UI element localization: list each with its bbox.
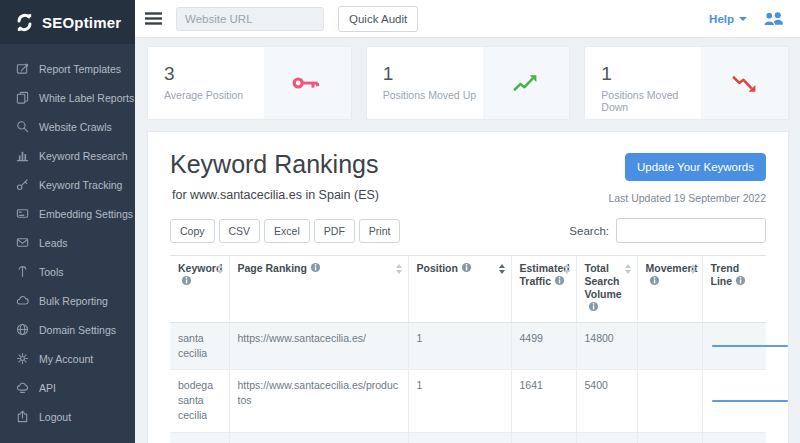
stat-label: Positions Moved Down [601,89,701,113]
stat-value: 1 [383,63,483,85]
sidebar-item-logout[interactable]: Logout [0,402,135,431]
table-row: cervezas negras https://www.santacecilia… [170,432,766,443]
info-icon[interactable] [588,301,599,315]
info-icon[interactable] [461,262,472,276]
last-updated-text: Last Updated 19 September 2022 [608,192,766,204]
cloud-icon [15,294,29,308]
caret-down-icon [739,17,747,21]
sidebar-item-my-account[interactable]: My Account [0,344,135,373]
cell-estimated-traffic: 4499 [511,322,576,369]
table-search-input[interactable] [616,218,766,243]
export-csv-button[interactable]: CSV [219,219,261,243]
sidebar-menu: Report Templates White Label Reports Web… [0,44,135,431]
table-row: bodega santa cecilia https://www.santace… [170,369,766,432]
sort-icon [396,264,402,274]
column-header-movement[interactable]: Movement [637,256,702,323]
quick-audit-button[interactable]: Quick Audit [338,6,418,32]
content-area: Quick Audit Help 3 Average Position [135,0,800,443]
cell-page-ranking: https://www.santacecilia.es/productos [229,369,408,432]
wrench-icon [15,265,29,279]
trend-sparkline [711,390,791,412]
cell-position: 1 [408,322,511,369]
keyword-rankings-panel: Keyword Rankings for www.santacecilia.es… [147,131,789,443]
table-row: santa cecilia https://www.santacecilia.e… [170,322,766,369]
column-header-total-search-volume[interactable]: Total Search Volume [576,256,637,323]
copy-icon [15,91,29,105]
keyword-rankings-table: Keyword Page Ranking Position Estimated … [170,255,766,443]
app-logo[interactable]: SEOptimer [0,0,135,44]
panel-header: Keyword Rankings for www.santacecilia.es… [170,150,766,204]
cell-position: 1 [408,369,511,432]
envelope-icon [15,236,29,250]
sidebar-item-white-label-reports[interactable]: White Label Reports [0,83,135,112]
cell-total-search-volume: 5400 [576,369,637,432]
sidebar-item-keyword-tracking[interactable]: Keyword Tracking [0,170,135,199]
info-icon[interactable] [649,275,660,289]
sort-icon [625,264,631,274]
page-title: Keyword Rankings [170,150,379,179]
cell-movement [637,369,702,432]
info-icon[interactable] [554,275,565,289]
help-label: Help [709,13,734,25]
trend-sparkline [711,335,791,357]
users-icon[interactable] [761,10,786,27]
column-header-position[interactable]: Position [408,256,511,323]
stat-label: Positions Moved Up [383,89,483,101]
search-icon [15,120,29,134]
stat-label: Average Position [164,89,264,101]
sidebar-item-tools[interactable]: Tools [0,257,135,286]
cell-total-search-volume: 2400 [576,432,637,443]
cell-keyword: cervezas negras [170,432,229,443]
stat-card-moved-up: 1 Positions Moved Up [366,46,571,120]
table-header-row: Keyword Page Ranking Position Estimated … [170,256,766,323]
sidebar-item-api[interactable]: API [0,373,135,402]
trend-down-icon [701,47,788,119]
website-url-input[interactable] [176,7,324,31]
update-keywords-button[interactable]: Update Your Keywords [625,153,766,181]
seoptimer-gear-logo-icon [14,12,35,33]
app-window: SEOptimer Report Templates White Label R… [0,0,800,443]
info-icon[interactable] [181,275,192,289]
sort-icon [564,264,570,274]
column-header-estimated-traffic[interactable]: Estimated Traffic [511,256,576,323]
sidebar-item-leads[interactable]: Leads [0,228,135,257]
cell-page-ranking: https://www.santacecilia.es/ [229,322,408,369]
cell-keyword: bodega santa cecilia [170,369,229,432]
globe-icon [15,323,29,337]
stat-card-average-position: 3 Average Position [147,46,352,120]
sort-icon [690,264,696,274]
sidebar-item-bulk-reporting[interactable]: Bulk Reporting [0,286,135,315]
column-header-keyword[interactable]: Keyword [170,256,229,323]
export-print-button[interactable]: Print [359,219,401,243]
sidebar-item-report-templates[interactable]: Report Templates [0,54,135,83]
sidebar-item-website-crawls[interactable]: Website Crawls [0,112,135,141]
sidebar-item-keyword-research[interactable]: Keyword Research [0,141,135,170]
stats-cards: 3 Average Position 1 Positions Moved Up … [147,46,789,120]
cell-trend-line [702,369,766,432]
info-icon[interactable] [310,262,321,276]
stat-card-moved-down: 1 Positions Moved Down [584,46,789,120]
key-solid-icon [264,47,351,119]
cell-movement [637,432,702,443]
sidebar-item-domain-settings[interactable]: Domain Settings [0,315,135,344]
cell-keyword: santa cecilia [170,322,229,369]
cell-page-ranking: https://www.santacecilia.es/blog/cerveza… [229,432,408,443]
table-body: santa cecilia https://www.santacecilia.e… [170,322,766,443]
export-pdf-button[interactable]: PDF [314,219,355,243]
cell-estimated-traffic: 729 [511,432,576,443]
column-header-trend-line[interactable]: Trend Line [702,256,766,323]
page-subtitle: for www.santacecilia.es in Spain (ES) [170,188,379,202]
column-header-page-ranking[interactable]: Page Ranking [229,256,408,323]
info-icon[interactable] [735,275,746,289]
table-toolbar: CopyCSVExcelPDFPrint Search: [170,218,766,243]
export-excel-button[interactable]: Excel [264,219,310,243]
export-copy-button[interactable]: Copy [170,219,215,243]
cell-estimated-traffic: 1641 [511,369,576,432]
hamburger-icon[interactable] [145,12,162,25]
trend-up-icon [483,47,570,119]
help-menu[interactable]: Help [709,13,747,25]
page-body: 3 Average Position 1 Positions Moved Up … [135,38,800,443]
cell-total-search-volume: 14800 [576,322,637,369]
sort-icon [217,264,223,274]
sidebar-item-embedding-settings[interactable]: Embedding Settings [0,199,135,228]
